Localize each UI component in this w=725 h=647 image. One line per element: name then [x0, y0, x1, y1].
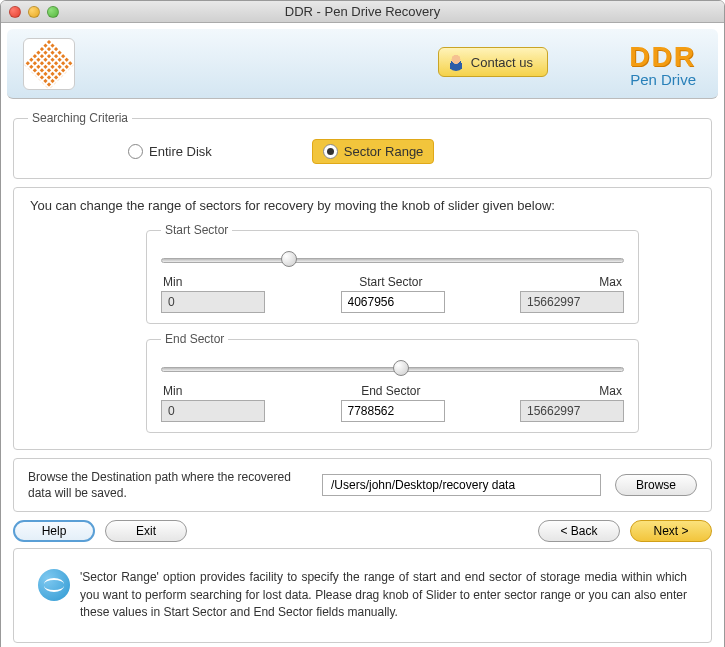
sector-info-text: You can change the range of sectors for …: [26, 196, 699, 215]
logo-pattern-icon: [24, 38, 75, 89]
sector-range-fieldset: You can change the range of sectors for …: [13, 187, 712, 450]
radio-icon: [128, 144, 143, 159]
end-sector-fieldset: End Sector Min End Sector Max: [146, 332, 639, 433]
start-sector-slider[interactable]: [161, 251, 624, 269]
end-sector-field[interactable]: [341, 400, 445, 422]
back-button[interactable]: < Back: [538, 520, 620, 542]
radio-sector-range-label: Sector Range: [344, 144, 424, 159]
end-slider-knob[interactable]: [393, 360, 409, 376]
max-label: Max: [599, 275, 622, 289]
titlebar: DDR - Pen Drive Recovery: [1, 1, 724, 23]
exit-button[interactable]: Exit: [105, 520, 187, 542]
button-row: Help Exit < Back Next >: [13, 520, 712, 542]
app-window: DDR - Pen Drive Recovery Contact us DDR …: [0, 0, 725, 647]
destination-prompt: Browse the Destination path where the re…: [28, 469, 308, 501]
browse-button[interactable]: Browse: [615, 474, 697, 496]
min-label: Min: [163, 384, 182, 398]
hint-fieldset: 'Sector Range' option provides facility …: [13, 548, 712, 642]
radio-icon: [323, 144, 338, 159]
mid-label: End Sector: [361, 384, 420, 398]
mid-label: Start Sector: [359, 275, 422, 289]
min-label: Min: [163, 275, 182, 289]
destination-path-field[interactable]: [322, 474, 601, 496]
start-slider-knob[interactable]: [281, 251, 297, 267]
app-logo: [23, 38, 75, 90]
radio-entire-disk[interactable]: Entire Disk: [128, 144, 212, 159]
start-max-field: [520, 291, 624, 313]
start-sector-labels: Min Start Sector Max: [161, 275, 624, 289]
brand-name: DDR: [629, 41, 696, 73]
start-min-field: [161, 291, 265, 313]
radio-entire-disk-label: Entire Disk: [149, 144, 212, 159]
person-icon: [447, 53, 465, 71]
start-sector-legend: Start Sector: [161, 223, 232, 237]
destination-row: Browse the Destination path where the re…: [28, 469, 697, 501]
main-content: Searching Criteria Entire Disk Sector Ra…: [1, 105, 724, 647]
hint-box: 'Sector Range' option provides facility …: [28, 559, 697, 631]
destination-fieldset: Browse the Destination path where the re…: [13, 458, 712, 512]
header-banner: Contact us DDR Pen Drive: [7, 29, 718, 99]
searching-criteria-fieldset: Searching Criteria Entire Disk Sector Ra…: [13, 111, 712, 179]
end-sector-inputs: [161, 400, 624, 422]
end-sector-legend: End Sector: [161, 332, 228, 346]
max-label: Max: [599, 384, 622, 398]
brand-block: DDR Pen Drive: [629, 41, 696, 88]
contact-us-button[interactable]: Contact us: [438, 47, 548, 77]
window-title: DDR - Pen Drive Recovery: [1, 4, 724, 19]
start-sector-fieldset: Start Sector Min Start Sector Max: [146, 223, 639, 324]
radio-sector-range[interactable]: Sector Range: [312, 139, 435, 164]
end-sector-labels: Min End Sector Max: [161, 384, 624, 398]
info-bubble-icon: [38, 569, 70, 601]
start-sector-inputs: [161, 291, 624, 313]
hint-text: 'Sector Range' option provides facility …: [80, 569, 687, 621]
contact-us-label: Contact us: [471, 55, 533, 70]
end-max-field: [520, 400, 624, 422]
slider-bar: [161, 258, 624, 263]
brand-sub: Pen Drive: [629, 71, 696, 88]
criteria-row: Entire Disk Sector Range: [28, 135, 697, 168]
end-sector-slider[interactable]: [161, 360, 624, 378]
start-sector-field[interactable]: [341, 291, 445, 313]
end-min-field: [161, 400, 265, 422]
searching-criteria-legend: Searching Criteria: [28, 111, 132, 125]
next-button[interactable]: Next >: [630, 520, 712, 542]
help-button[interactable]: Help: [13, 520, 95, 542]
